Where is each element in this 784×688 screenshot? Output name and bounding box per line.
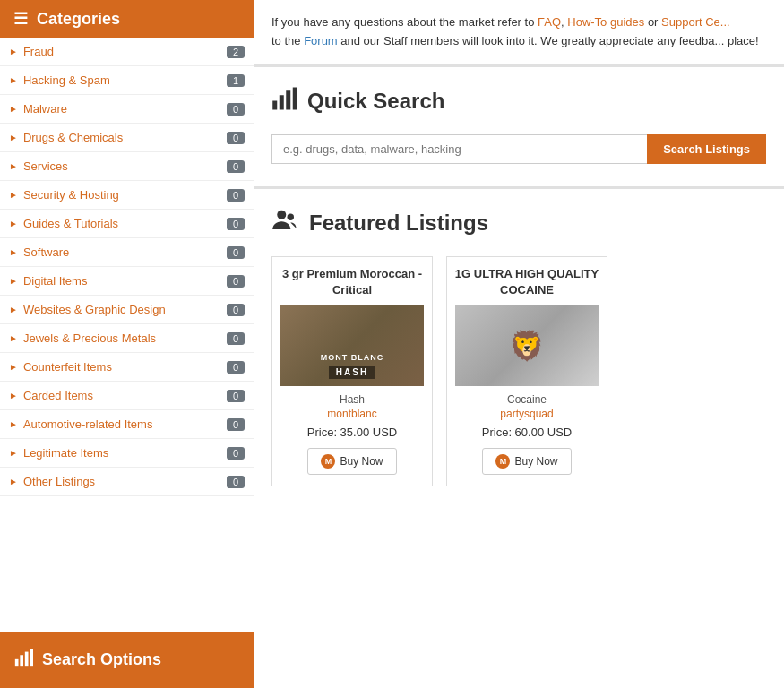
monero-icon: M [495, 454, 510, 469]
info-text-2: to the Forum and our Staff members will … [271, 34, 759, 47]
arrow-icon: ► [9, 133, 18, 142]
category-count: 0 [227, 189, 245, 202]
category-label: Security & Hosting [23, 188, 227, 202]
svg-point-8 [277, 210, 286, 219]
buy-now-button[interactable]: M Buy Now [482, 448, 571, 475]
category-count: 0 [227, 275, 245, 288]
sidebar-item-automotive-related[interactable]: ► Automotive-related Items 0 [0, 410, 254, 439]
sidebar-item-carded-items[interactable]: ► Carded Items 0 [0, 382, 254, 410]
category-count: 0 [227, 218, 245, 230]
support-link[interactable]: Support Ce... [661, 15, 730, 29]
search-options-icon [13, 648, 33, 672]
categories-icon: ☰ [13, 9, 28, 29]
hash-label: HASH [329, 366, 375, 379]
category-label: Websites & Graphic Design [23, 303, 227, 316]
arrow-icon: ► [9, 362, 18, 372]
howto-link[interactable]: How-To guides [567, 15, 644, 29]
quick-search-section: Quick Search Search Listings [254, 67, 784, 189]
search-bar: Search Listings [271, 134, 766, 164]
sidebar-item-hacking-spam[interactable]: ► Hacking & Spam 1 [0, 66, 254, 95]
listing-category: Hash [272, 393, 432, 406]
category-count: 0 [227, 361, 245, 374]
category-count: 0 [227, 476, 245, 488]
sidebar-item-jewels-precious-metals[interactable]: ► Jewels & Precious Metals 0 [0, 324, 254, 353]
category-count: 0 [227, 332, 245, 345]
category-count: 0 [227, 103, 245, 116]
search-input[interactable] [271, 134, 647, 164]
listing-price: Price: 35.00 USD [272, 426, 432, 439]
sidebar-item-drugs-chemicals[interactable]: ► Drugs & Chemicals 0 [0, 124, 254, 152]
svg-rect-6 [286, 90, 290, 109]
svg-rect-4 [272, 100, 277, 109]
sidebar-item-services[interactable]: ► Services 0 [0, 152, 254, 181]
listing-card: 1G ULTRA HIGH QUALITY COCAINE 🦁 Cocaine … [446, 256, 607, 486]
svg-point-9 [288, 213, 295, 220]
category-label: Legitimate Items [23, 446, 227, 460]
sidebar-item-security-hosting[interactable]: ► Security & Hosting 0 [0, 181, 254, 210]
category-count: 0 [227, 390, 245, 402]
category-label: Drugs & Chemicals [23, 131, 227, 144]
category-label: Guides & Tutorials [23, 217, 227, 230]
category-label: Malware [23, 102, 227, 116]
svg-rect-0 [15, 659, 19, 666]
arrow-icon: ► [9, 448, 18, 458]
listing-title: 1G ULTRA HIGH QUALITY COCAINE [447, 257, 607, 305]
buy-now-button[interactable]: M Buy Now [307, 448, 396, 475]
sidebar: ☰ Categories ► Fraud 2 ► Hacking & Spam … [0, 0, 254, 688]
search-options-label: Search Options [42, 650, 161, 669]
category-count: 1 [227, 74, 245, 87]
category-label: Hacking & Spam [23, 73, 227, 87]
featured-title: Featured Listings [271, 207, 766, 240]
category-count: 0 [227, 418, 245, 431]
svg-rect-2 [25, 652, 29, 666]
svg-rect-5 [280, 95, 284, 109]
sidebar-item-software[interactable]: ► Software 0 [0, 238, 254, 267]
arrow-icon: ► [9, 276, 18, 286]
listing-seller: montblanc [272, 408, 432, 420]
featured-section: Featured Listings 3 gr Premium Moroccan … [254, 189, 784, 688]
sidebar-item-digital-items[interactable]: ► Digital Items 0 [0, 267, 254, 296]
faq-link[interactable]: FAQ [538, 15, 561, 29]
cocaine-image: 🦁 [455, 305, 599, 386]
category-count: 2 [227, 46, 245, 58]
sidebar-item-websites-graphic-design[interactable]: ► Websites & Graphic Design 0 [0, 296, 254, 324]
listing-image: MONT BLANC HASH [280, 305, 424, 386]
info-text: If you have any questions about the mark… [271, 15, 730, 29]
category-label: Software [23, 245, 227, 259]
arrow-icon: ► [9, 419, 18, 429]
arrow-icon: ► [9, 477, 18, 486]
category-label: Automotive-related Items [23, 417, 227, 431]
category-count: 0 [227, 160, 245, 173]
category-label: Services [23, 159, 227, 173]
listings-grid: 3 gr Premium Moroccan - Critical MONT BL… [271, 256, 766, 486]
category-label: Counterfeit Items [23, 360, 227, 374]
forum-link[interactable]: Forum [304, 34, 338, 47]
quick-search-title: Quick Search [271, 85, 766, 118]
category-label: Fraud [23, 45, 227, 58]
category-count: 0 [227, 246, 245, 259]
cocaine-emoji: 🦁 [509, 329, 545, 363]
brand-label: MONT BLANC [321, 353, 384, 362]
search-listings-button[interactable]: Search Listings [647, 134, 766, 164]
arrow-icon: ► [9, 161, 18, 171]
sidebar-item-legitimate-items[interactable]: ► Legitimate Items 0 [0, 439, 254, 468]
hash-image: MONT BLANC HASH [280, 305, 424, 386]
svg-rect-3 [30, 649, 33, 666]
buy-label: Buy Now [340, 455, 383, 468]
sidebar-item-guides-tutorials[interactable]: ► Guides & Tutorials 0 [0, 210, 254, 238]
listing-image: 🦁 [455, 305, 599, 386]
sidebar-item-other-listings[interactable]: ► Other Listings 0 [0, 468, 254, 496]
listing-category: Cocaine [447, 393, 607, 406]
sidebar-item-fraud[interactable]: ► Fraud 2 [0, 38, 254, 66]
featured-label: Featured Listings [309, 211, 488, 236]
listing-seller: partysquad [447, 408, 607, 420]
sidebar-item-counterfeit-items[interactable]: ► Counterfeit Items 0 [0, 353, 254, 382]
sidebar-item-malware[interactable]: ► Malware 0 [0, 95, 254, 124]
listing-title: 3 gr Premium Moroccan - Critical [272, 257, 432, 305]
monero-icon: M [321, 454, 335, 469]
arrow-icon: ► [9, 333, 18, 343]
main-content: If you have any questions about the mark… [254, 0, 784, 688]
search-options-button[interactable]: Search Options [0, 632, 254, 688]
featured-icon [271, 207, 298, 240]
arrow-icon: ► [9, 75, 18, 85]
